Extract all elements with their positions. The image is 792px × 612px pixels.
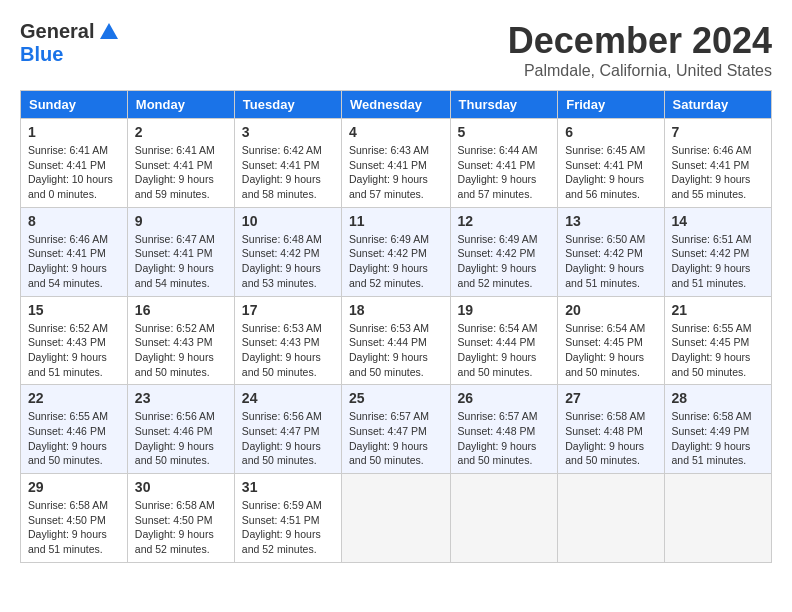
table-row: 27Sunrise: 6:58 AMSunset: 4:48 PMDayligh…	[558, 385, 664, 474]
cell-info: Sunrise: 6:52 AMSunset: 4:43 PMDaylight:…	[135, 321, 227, 380]
cell-info: Sunrise: 6:56 AMSunset: 4:47 PMDaylight:…	[242, 409, 334, 468]
cell-info: Sunrise: 6:41 AMSunset: 4:41 PMDaylight:…	[135, 143, 227, 202]
table-row: 5Sunrise: 6:44 AMSunset: 4:41 PMDaylight…	[450, 119, 558, 208]
table-row	[558, 474, 664, 563]
logo: General Blue	[20, 20, 120, 66]
cell-day-number: 4	[349, 124, 443, 140]
cell-day-number: 7	[672, 124, 764, 140]
calendar-table: Sunday Monday Tuesday Wednesday Thursday…	[20, 90, 772, 563]
table-row	[342, 474, 451, 563]
cell-info: Sunrise: 6:50 AMSunset: 4:42 PMDaylight:…	[565, 232, 656, 291]
cell-day-number: 15	[28, 302, 120, 318]
header-monday: Monday	[127, 91, 234, 119]
cell-info: Sunrise: 6:44 AMSunset: 4:41 PMDaylight:…	[458, 143, 551, 202]
header-tuesday: Tuesday	[234, 91, 341, 119]
cell-info: Sunrise: 6:58 AMSunset: 4:48 PMDaylight:…	[565, 409, 656, 468]
table-row: 29Sunrise: 6:58 AMSunset: 4:50 PMDayligh…	[21, 474, 128, 563]
cell-info: Sunrise: 6:55 AMSunset: 4:46 PMDaylight:…	[28, 409, 120, 468]
cell-day-number: 12	[458, 213, 551, 229]
cell-day-number: 27	[565, 390, 656, 406]
cell-day-number: 20	[565, 302, 656, 318]
page-header: General Blue December 2024 Palmdale, Cal…	[20, 20, 772, 80]
cell-day-number: 11	[349, 213, 443, 229]
cell-info: Sunrise: 6:49 AMSunset: 4:42 PMDaylight:…	[458, 232, 551, 291]
cell-info: Sunrise: 6:56 AMSunset: 4:46 PMDaylight:…	[135, 409, 227, 468]
table-row: 19Sunrise: 6:54 AMSunset: 4:44 PMDayligh…	[450, 296, 558, 385]
header-saturday: Saturday	[664, 91, 771, 119]
cell-day-number: 31	[242, 479, 334, 495]
month-title: December 2024	[508, 20, 772, 62]
cell-day-number: 24	[242, 390, 334, 406]
cell-info: Sunrise: 6:55 AMSunset: 4:45 PMDaylight:…	[672, 321, 764, 380]
cell-day-number: 10	[242, 213, 334, 229]
cell-day-number: 16	[135, 302, 227, 318]
table-row: 23Sunrise: 6:56 AMSunset: 4:46 PMDayligh…	[127, 385, 234, 474]
cell-info: Sunrise: 6:53 AMSunset: 4:43 PMDaylight:…	[242, 321, 334, 380]
cell-day-number: 17	[242, 302, 334, 318]
cell-info: Sunrise: 6:41 AMSunset: 4:41 PMDaylight:…	[28, 143, 120, 202]
table-row: 18Sunrise: 6:53 AMSunset: 4:44 PMDayligh…	[342, 296, 451, 385]
cell-day-number: 2	[135, 124, 227, 140]
cell-day-number: 29	[28, 479, 120, 495]
table-row: 11Sunrise: 6:49 AMSunset: 4:42 PMDayligh…	[342, 207, 451, 296]
calendar-week-row: 22Sunrise: 6:55 AMSunset: 4:46 PMDayligh…	[21, 385, 772, 474]
calendar-header-row: Sunday Monday Tuesday Wednesday Thursday…	[21, 91, 772, 119]
table-row: 3Sunrise: 6:42 AMSunset: 4:41 PMDaylight…	[234, 119, 341, 208]
calendar-week-row: 8Sunrise: 6:46 AMSunset: 4:41 PMDaylight…	[21, 207, 772, 296]
cell-day-number: 26	[458, 390, 551, 406]
table-row: 21Sunrise: 6:55 AMSunset: 4:45 PMDayligh…	[664, 296, 771, 385]
location-title: Palmdale, California, United States	[508, 62, 772, 80]
logo-general: General	[20, 20, 94, 43]
cell-day-number: 14	[672, 213, 764, 229]
table-row: 14Sunrise: 6:51 AMSunset: 4:42 PMDayligh…	[664, 207, 771, 296]
cell-day-number: 18	[349, 302, 443, 318]
table-row: 31Sunrise: 6:59 AMSunset: 4:51 PMDayligh…	[234, 474, 341, 563]
cell-info: Sunrise: 6:47 AMSunset: 4:41 PMDaylight:…	[135, 232, 227, 291]
cell-info: Sunrise: 6:57 AMSunset: 4:47 PMDaylight:…	[349, 409, 443, 468]
table-row: 1Sunrise: 6:41 AMSunset: 4:41 PMDaylight…	[21, 119, 128, 208]
cell-info: Sunrise: 6:53 AMSunset: 4:44 PMDaylight:…	[349, 321, 443, 380]
table-row: 20Sunrise: 6:54 AMSunset: 4:45 PMDayligh…	[558, 296, 664, 385]
table-row: 10Sunrise: 6:48 AMSunset: 4:42 PMDayligh…	[234, 207, 341, 296]
cell-info: Sunrise: 6:49 AMSunset: 4:42 PMDaylight:…	[349, 232, 443, 291]
table-row: 17Sunrise: 6:53 AMSunset: 4:43 PMDayligh…	[234, 296, 341, 385]
cell-info: Sunrise: 6:42 AMSunset: 4:41 PMDaylight:…	[242, 143, 334, 202]
logo-icon	[98, 21, 120, 43]
header-sunday: Sunday	[21, 91, 128, 119]
cell-day-number: 8	[28, 213, 120, 229]
cell-day-number: 6	[565, 124, 656, 140]
table-row: 28Sunrise: 6:58 AMSunset: 4:49 PMDayligh…	[664, 385, 771, 474]
cell-day-number: 28	[672, 390, 764, 406]
cell-info: Sunrise: 6:57 AMSunset: 4:48 PMDaylight:…	[458, 409, 551, 468]
title-section: December 2024 Palmdale, California, Unit…	[508, 20, 772, 80]
cell-info: Sunrise: 6:58 AMSunset: 4:50 PMDaylight:…	[28, 498, 120, 557]
cell-info: Sunrise: 6:58 AMSunset: 4:50 PMDaylight:…	[135, 498, 227, 557]
table-row: 12Sunrise: 6:49 AMSunset: 4:42 PMDayligh…	[450, 207, 558, 296]
svg-marker-0	[100, 23, 118, 39]
table-row: 24Sunrise: 6:56 AMSunset: 4:47 PMDayligh…	[234, 385, 341, 474]
table-row: 30Sunrise: 6:58 AMSunset: 4:50 PMDayligh…	[127, 474, 234, 563]
table-row: 15Sunrise: 6:52 AMSunset: 4:43 PMDayligh…	[21, 296, 128, 385]
cell-info: Sunrise: 6:48 AMSunset: 4:42 PMDaylight:…	[242, 232, 334, 291]
table-row: 2Sunrise: 6:41 AMSunset: 4:41 PMDaylight…	[127, 119, 234, 208]
table-row: 22Sunrise: 6:55 AMSunset: 4:46 PMDayligh…	[21, 385, 128, 474]
header-friday: Friday	[558, 91, 664, 119]
cell-info: Sunrise: 6:54 AMSunset: 4:44 PMDaylight:…	[458, 321, 551, 380]
table-row: 6Sunrise: 6:45 AMSunset: 4:41 PMDaylight…	[558, 119, 664, 208]
table-row: 4Sunrise: 6:43 AMSunset: 4:41 PMDaylight…	[342, 119, 451, 208]
cell-day-number: 13	[565, 213, 656, 229]
table-row: 8Sunrise: 6:46 AMSunset: 4:41 PMDaylight…	[21, 207, 128, 296]
calendar-week-row: 1Sunrise: 6:41 AMSunset: 4:41 PMDaylight…	[21, 119, 772, 208]
logo-blue: Blue	[20, 43, 63, 65]
cell-info: Sunrise: 6:54 AMSunset: 4:45 PMDaylight:…	[565, 321, 656, 380]
cell-info: Sunrise: 6:58 AMSunset: 4:49 PMDaylight:…	[672, 409, 764, 468]
table-row	[664, 474, 771, 563]
cell-info: Sunrise: 6:45 AMSunset: 4:41 PMDaylight:…	[565, 143, 656, 202]
cell-day-number: 3	[242, 124, 334, 140]
table-row: 16Sunrise: 6:52 AMSunset: 4:43 PMDayligh…	[127, 296, 234, 385]
cell-day-number: 22	[28, 390, 120, 406]
cell-day-number: 1	[28, 124, 120, 140]
calendar-week-row: 15Sunrise: 6:52 AMSunset: 4:43 PMDayligh…	[21, 296, 772, 385]
cell-day-number: 21	[672, 302, 764, 318]
cell-info: Sunrise: 6:43 AMSunset: 4:41 PMDaylight:…	[349, 143, 443, 202]
